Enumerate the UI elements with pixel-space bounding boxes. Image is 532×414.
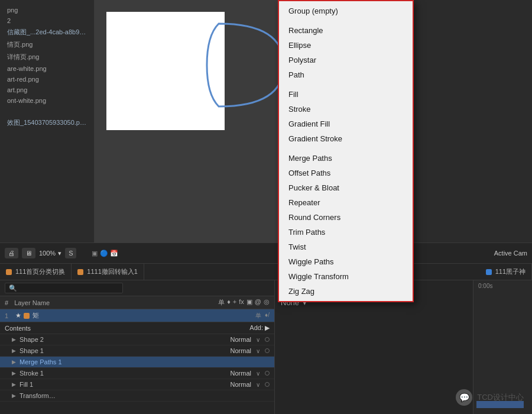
contents-header: Contents Add: ▶ <box>0 322 274 334</box>
toolbar-icon-btn2[interactable]: 🖥 <box>22 248 35 258</box>
sub-name-shape1: Shape 1 <box>20 347 231 354</box>
tab-3[interactable]: 111黑子神 <box>480 264 532 280</box>
sub-name-stroke1: Stroke 1 <box>20 370 231 377</box>
watermark-icon: 💬 <box>456 389 472 406</box>
file-item[interactable]: art-red.png <box>0 74 94 85</box>
menu-sep-2 <box>279 82 413 87</box>
sub-row-shape1[interactable]: ▶ Shape 1 Normal ∨ <box>0 345 274 357</box>
tab-dot-3 <box>486 269 492 275</box>
menu-item-wiggle-paths[interactable]: Wiggle Paths <box>279 254 413 269</box>
sub-row-transform[interactable]: ▶ Transform… <box>0 390 274 402</box>
tri-icon: ▶ <box>12 337 16 342</box>
sub-right-fill1: Normal ∨ <box>231 381 270 388</box>
sub-arrow-shape1: ∨ <box>256 348 260 354</box>
menu-sep-3 <box>279 146 413 151</box>
zoom-arrow: ▾ <box>58 250 61 257</box>
sub-name-merge: Merge Paths 1 <box>20 358 270 366</box>
layer-panel: # Layer Name 单 ♦ + fx ▣ @ ◎ 1 ★ 矩 单 ♦/ C… <box>0 280 275 414</box>
file-item[interactable]: 详情页.png <box>0 51 94 63</box>
layer-num-1: 1 <box>5 312 15 319</box>
add-btn[interactable]: Add: ▶ <box>249 324 270 332</box>
layer-dot-1 <box>24 313 30 319</box>
zoom-label: 100% <box>39 250 56 257</box>
file-item-long2[interactable]: 效图_15403705933050.png <box>0 117 94 129</box>
search-bar <box>0 280 274 296</box>
toolbar-icon-btn1[interactable]: 🖨 <box>5 248 18 258</box>
menu-item-polystar[interactable]: Polystar <box>279 53 413 67</box>
menu-item-ellipse[interactable]: Ellipse <box>279 38 413 53</box>
layer-row-1[interactable]: 1 ★ 矩 单 ♦/ <box>0 309 274 322</box>
lr-icon2: ♦/ <box>265 312 270 320</box>
menu-item-path[interactable]: Path <box>279 67 413 82</box>
file-item[interactable]: art.png <box>0 85 94 95</box>
col-num: # <box>5 299 8 306</box>
menu-item-trim-paths[interactable]: Trim Paths <box>279 225 413 240</box>
file-item[interactable]: are-white.png <box>0 63 94 74</box>
file-item[interactable]: 2 <box>0 15 94 26</box>
watermark: 💬 TCD设计中心 <box>456 389 524 406</box>
sub-name-transform: Transform… <box>20 392 270 399</box>
layer-name-1: 矩 <box>33 311 255 320</box>
sub-dot-shape2 <box>265 337 270 342</box>
menu-item-fill[interactable]: Fill <box>279 87 413 102</box>
menu-item-stroke[interactable]: Stroke <box>279 102 413 117</box>
file-item[interactable]: png <box>0 5 94 15</box>
menu-item-round-corners[interactable]: Round Corners <box>279 210 413 225</box>
header-icon-fx: fx <box>239 298 244 307</box>
header-icon-solo: 单 <box>218 298 225 307</box>
sub-row-shape2[interactable]: ▶ Shape 2 Normal ∨ <box>0 334 274 345</box>
tab-dot-1 <box>6 269 12 275</box>
menu-item-gradient-stroke[interactable]: Gradient Stroke <box>279 131 413 146</box>
sub-dot-shape1 <box>265 348 270 353</box>
menu-item-rectangle[interactable]: Rectangle <box>279 23 413 38</box>
sub-mode-fill1: Normal <box>231 381 251 388</box>
sub-arrow-shape2: ∨ <box>256 337 260 343</box>
contents-label: Contents <box>5 325 249 332</box>
sub-mode-stroke1: Normal <box>231 370 251 377</box>
tri-icon: ▶ <box>12 359 16 365</box>
file-item[interactable]: ont-white.png <box>0 95 94 106</box>
menu-item-gradient-fill[interactable]: Gradient Fill <box>279 117 413 131</box>
sub-right-shape2: Normal ∨ <box>231 336 270 343</box>
sub-right-shape1: Normal ∨ <box>231 347 270 354</box>
menu-item-offset-paths[interactable]: Offset Paths <box>279 166 413 180</box>
menu-item-repeater[interactable]: Repeater <box>279 195 413 210</box>
toolbar-btn-s[interactable]: S <box>65 248 76 258</box>
layer-right-icons: 单 ♦/ <box>255 312 270 320</box>
menu-item-merge-paths[interactable]: Merge Paths <box>279 151 413 166</box>
tab-label-2: 1111撤回转输入1 <box>87 267 138 276</box>
file-item-spacer <box>0 106 94 117</box>
sub-arrow-fill1: ∨ <box>256 381 260 388</box>
watermark-label: TCD设计中心 <box>477 392 524 403</box>
search-input[interactable] <box>5 283 123 293</box>
menu-item-group-empty[interactable]: Group (empty) <box>279 4 413 18</box>
tabs-row: 111首页分类切换 1111撤回转输入1 111黑子神 <box>0 264 532 280</box>
tab-2[interactable]: 1111撤回转输入1 <box>72 264 144 280</box>
toolbar-cam-label: Active Cam <box>494 250 527 257</box>
tab-label-3: 111黑子神 <box>495 267 525 276</box>
lr-icon1: 单 <box>255 312 261 320</box>
file-item-long[interactable]: 信藏图_...2ed-4cab-a8b9-b0225aec09d4. <box>0 26 94 38</box>
sub-row-fill1[interactable]: ▶ Fill 1 Normal ∨ <box>0 379 274 390</box>
tab-1[interactable]: 111首页分类切换 <box>0 264 72 280</box>
menu-item-twist[interactable]: Twist <box>279 240 413 254</box>
tri-icon: ▶ <box>12 348 16 354</box>
menu-item-pucker-bloat[interactable]: Pucker & Bloat <box>279 180 413 195</box>
sub-dot-stroke1 <box>265 371 270 376</box>
tri-icon: ▶ <box>12 381 16 387</box>
menu-item-wiggle-transform[interactable]: Wiggle Transform <box>279 269 413 284</box>
header-icon-at: @ <box>255 298 261 307</box>
sub-mode-shape1: Normal <box>231 347 251 354</box>
col-layer-name: Layer Name <box>14 299 50 306</box>
file-item[interactable]: 情页.png <box>0 38 94 51</box>
sub-row-merge[interactable]: ▶ Merge Paths 1 <box>0 357 274 368</box>
menu-item-zig-zag[interactable]: Zig Zag <box>279 284 413 299</box>
sub-mode-shape2: Normal <box>231 336 251 343</box>
sub-dot-fill1 <box>265 382 270 387</box>
tab-dot-2 <box>77 269 83 275</box>
canvas-shape <box>201 18 290 112</box>
sub-name-shape2: Shape 2 <box>20 336 231 343</box>
menu-sep-1 <box>279 18 413 23</box>
sub-row-stroke1[interactable]: ▶ Stroke 1 Normal ∨ <box>0 368 274 379</box>
tri-icon: ▶ <box>12 370 16 376</box>
